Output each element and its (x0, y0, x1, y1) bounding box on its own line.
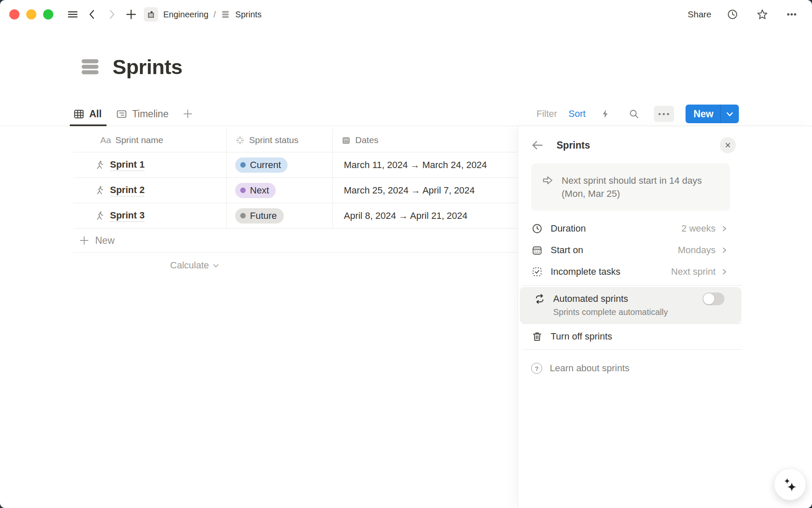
column-label: Sprint status (249, 135, 299, 145)
sprint-name-cell[interactable]: Sprint 3 (73, 203, 227, 228)
back-icon (87, 9, 98, 20)
new-button-label: New (686, 108, 720, 120)
calculate-button[interactable]: Calculate (73, 253, 227, 278)
new-dropdown-button[interactable] (721, 111, 739, 117)
sprint-name-cell[interactable]: Sprint 2 (73, 178, 227, 203)
star-icon (756, 8, 768, 21)
arrow-right-icon (541, 174, 554, 187)
turn-off-sprints-label: Turn off sprints (551, 331, 612, 342)
status-label: Next (250, 185, 269, 196)
more-options-button[interactable] (783, 6, 800, 23)
tab-timeline[interactable]: Timeline (116, 102, 168, 126)
runner-icon (95, 185, 105, 195)
tab-all-label: All (89, 108, 102, 120)
sprints-table: Aa Sprint name Sprint status Dates Sprin… (73, 128, 523, 278)
tab-all[interactable]: All (73, 102, 102, 126)
trash-icon (531, 331, 543, 342)
toggle-knob (703, 293, 714, 304)
clock-icon (727, 8, 738, 20)
calendar-icon (341, 135, 351, 145)
date-range: March 25, 2024 → April 7, 2024 (344, 185, 475, 196)
setting-incomplete-tasks[interactable]: Incomplete tasks Next sprint (531, 261, 743, 282)
favorite-button[interactable] (754, 6, 771, 23)
tab-timeline-label: Timeline (132, 108, 168, 120)
notice-text: Next sprint should start in 14 days (Mon… (562, 174, 719, 200)
learn-about-sprints-label: Learn about sprints (550, 363, 629, 374)
updates-button[interactable] (724, 6, 741, 23)
status-dot (240, 188, 246, 193)
automations-button[interactable] (597, 105, 614, 122)
sort-button[interactable]: Sort (568, 108, 585, 119)
date-range: March 11, 2024 → March 24, 2024 (344, 160, 487, 171)
sprint-link[interactable]: Sprint 3 (110, 210, 145, 222)
breadcrumb-separator: / (214, 10, 216, 19)
automated-sprints-toggle[interactable] (702, 293, 724, 305)
sprint-link[interactable]: Sprint 2 (110, 185, 145, 196)
sprint-link[interactable]: Sprint 1 (110, 159, 145, 171)
forward-button[interactable] (103, 6, 120, 23)
add-view-button[interactable] (183, 109, 193, 119)
sprint-dates-cell[interactable]: April 8, 2024 → April 21, 2024 (333, 203, 523, 228)
setting-duration[interactable]: Duration 2 weeks (531, 218, 743, 239)
setting-label: Incomplete tasks (551, 266, 620, 277)
sprint-status-cell[interactable]: Next (227, 178, 333, 203)
share-button[interactable]: Share (688, 9, 711, 19)
column-header-sprint-name[interactable]: Aa Sprint name (73, 128, 227, 152)
column-header-dates[interactable]: Dates (333, 128, 523, 152)
repeat-icon (534, 293, 546, 304)
sidebar-toggle-button[interactable] (64, 6, 81, 23)
table-row: Sprint 3 Future April 8, 2024 → April 21… (73, 203, 523, 229)
arrow-left-icon (531, 139, 544, 152)
forward-icon (106, 9, 117, 20)
minimize-window-button[interactable] (26, 9, 36, 19)
breadcrumb-workspace-label[interactable]: Engineering (163, 10, 208, 19)
chevron-down-icon (726, 111, 733, 117)
sprint-dates-cell[interactable]: March 25, 2024 → April 7, 2024 (333, 178, 523, 203)
sprint-status-cell[interactable]: Future (227, 203, 333, 228)
setting-start-on[interactable]: Start on Mondays (531, 239, 743, 261)
sprint-dates-cell[interactable]: March 11, 2024 → March 24, 2024 (333, 152, 523, 177)
table-header-row: Aa Sprint name Sprint status Dates (73, 128, 523, 152)
sprint-name-cell[interactable]: Sprint 1 (73, 152, 227, 177)
ai-assistant-button[interactable] (774, 468, 806, 500)
view-options-button[interactable] (654, 106, 674, 122)
view-tabs: All Timeline (73, 102, 193, 126)
chevron-right-icon (721, 247, 727, 254)
database-icon (80, 57, 100, 77)
close-window-button[interactable] (9, 9, 19, 19)
back-button[interactable] (84, 6, 101, 23)
database-icon (221, 10, 230, 19)
panel-back-button[interactable] (531, 139, 544, 152)
automated-sprints-row[interactable]: Automated sprints Sprints complete autom… (520, 287, 741, 323)
date-range: April 8, 2024 → April 21, 2024 (344, 210, 467, 221)
question-icon: ? (531, 363, 542, 374)
column-label: Dates (355, 135, 379, 145)
panel-close-button[interactable]: × (720, 137, 736, 153)
new-row-button[interactable]: New (73, 229, 523, 253)
breadcrumb-page-label[interactable]: Sprints (235, 10, 261, 19)
new-button[interactable]: New (686, 105, 739, 123)
table-row: Sprint 1 Current March 11, 2024 → March … (73, 152, 523, 178)
checkbox-icon (531, 266, 543, 277)
divider (522, 349, 742, 350)
text-property-icon: Aa (100, 135, 111, 145)
turn-off-sprints-button[interactable]: Turn off sprints (531, 324, 743, 349)
view-toolbar: Filter Sort New (536, 102, 739, 126)
search-view-button[interactable] (625, 105, 642, 122)
setting-label: Duration (551, 223, 586, 234)
nav-controls (64, 6, 140, 23)
breadcrumb-workspace-item[interactable] (144, 7, 158, 22)
zoom-window-button[interactable] (43, 9, 53, 19)
views-bar: All Timeline Filter Sort New (0, 102, 812, 126)
automated-sprints-description: Sprints complete automatically (553, 307, 737, 317)
table-row: Sprint 2 Next March 25, 2024 → April 7, … (73, 178, 523, 203)
sprint-status-cell[interactable]: Current (227, 152, 333, 177)
learn-about-sprints-link[interactable]: ? Learn about sprints (531, 358, 743, 379)
building-icon (147, 10, 155, 19)
new-page-button[interactable] (123, 6, 140, 23)
search-icon (628, 108, 639, 119)
column-header-sprint-status[interactable]: Sprint status (227, 128, 333, 152)
filter-button[interactable]: Filter (536, 108, 557, 119)
status-dot (240, 162, 246, 168)
status-badge: Current (235, 157, 288, 173)
